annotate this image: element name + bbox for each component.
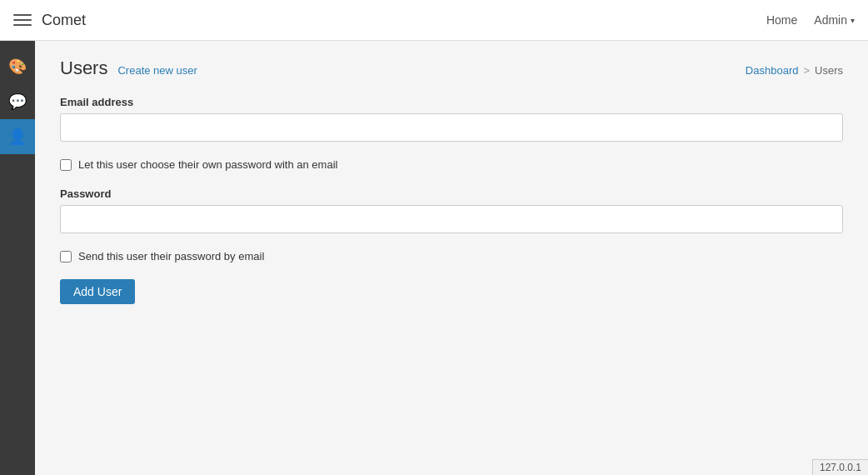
sidebar-item-palette[interactable]: 🎨 xyxy=(0,49,35,84)
sidebar-item-users[interactable]: 👤 xyxy=(0,119,35,154)
hamburger-menu[interactable] xyxy=(13,11,32,29)
brand-name: Comet xyxy=(42,12,766,29)
add-user-button[interactable]: Add User xyxy=(60,279,135,304)
send-password-checkbox[interactable] xyxy=(60,251,72,262)
breadcrumb-current: Users xyxy=(815,64,843,77)
choose-password-label[interactable]: Let this user choose their own password … xyxy=(78,158,337,171)
sidebar-item-chat[interactable]: 💬 xyxy=(0,84,35,119)
chat-icon: 💬 xyxy=(8,92,27,111)
topnav-links: Home Admin ▾ xyxy=(766,13,855,27)
ip-address: 127.0.0.1 xyxy=(820,462,861,473)
sidebar: 🎨 💬 👤 xyxy=(0,41,35,475)
breadcrumb-separator: > xyxy=(803,64,810,77)
send-password-label[interactable]: Send this user their password by email xyxy=(78,250,264,262)
admin-caret-icon: ▾ xyxy=(851,16,855,25)
email-label: Email address xyxy=(60,96,843,108)
choose-password-checkbox[interactable] xyxy=(60,159,72,171)
admin-label: Admin xyxy=(814,13,847,27)
breadcrumb: Dashboard > Users xyxy=(746,64,843,77)
password-input[interactable] xyxy=(60,205,843,233)
page-header-left: Users Create new user xyxy=(60,58,197,79)
create-new-user-link[interactable]: Create new user xyxy=(117,64,197,77)
email-input[interactable] xyxy=(60,113,843,142)
page-title: Users xyxy=(60,58,107,79)
checkbox1-group: Let this user choose their own password … xyxy=(60,158,843,171)
home-link[interactable]: Home xyxy=(766,13,797,27)
content-area: Users Create new user Dashboard > Users … xyxy=(35,41,868,475)
admin-dropdown[interactable]: Admin ▾ xyxy=(814,13,855,27)
main-layout: 🎨 💬 👤 Users Create new user Dashboard > … xyxy=(0,41,868,475)
password-form-group: Password xyxy=(60,188,843,233)
checkbox2-group: Send this user their password by email xyxy=(60,250,843,262)
email-form-group: Email address xyxy=(60,96,843,142)
palette-icon: 🎨 xyxy=(8,58,27,76)
users-icon: 👤 xyxy=(8,128,27,146)
topnav: Comet Home Admin ▾ xyxy=(0,0,868,41)
breadcrumb-dashboard[interactable]: Dashboard xyxy=(746,64,799,77)
page-header: Users Create new user Dashboard > Users xyxy=(60,58,843,79)
statusbar: 127.0.0.1 xyxy=(812,459,868,475)
password-label: Password xyxy=(60,188,843,200)
